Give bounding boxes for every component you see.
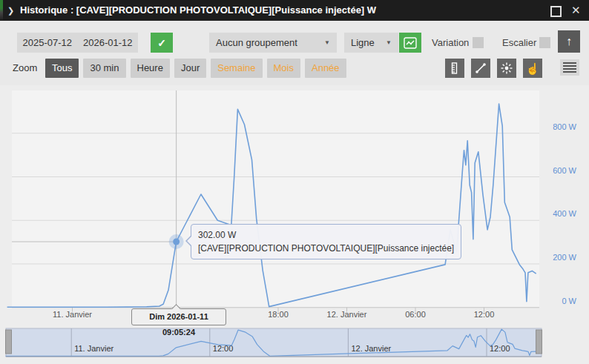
variation-checkbox[interactable] — [473, 37, 484, 48]
svg-text:11. Janvier: 11. Janvier — [74, 344, 113, 353]
history-window: ❯ Historique : [CAVE][PRODUCTION PHOTOVO… — [0, 0, 589, 364]
context-menu-button[interactable] — [560, 59, 579, 76]
tool-button-group: ☝ — [445, 59, 542, 78]
svg-text:12. Janvier: 12. Janvier — [327, 310, 367, 319]
tooltip-series: [CAVE][PRODUCTION PHOTOVOLTAIQUE][Puissa… — [198, 242, 454, 255]
crosshair-date-label: Dim 2026-01-11 09:05:24 — [131, 308, 226, 325]
pan-button[interactable]: ☝ — [523, 59, 542, 78]
zoom-range-button-3[interactable]: Jour — [174, 59, 206, 78]
ruler-icon — [448, 62, 461, 75]
svg-text:0 W: 0 W — [562, 297, 576, 305]
svg-text:200 W: 200 W — [553, 253, 576, 262]
svg-text:600 W: 600 W — [553, 166, 576, 175]
apply-dates-button[interactable]: ✓ — [151, 33, 173, 53]
date-to[interactable]: 2026-01-12 — [83, 37, 133, 48]
grouping-select[interactable]: Aucun groupement ▼ — [209, 33, 337, 53]
caret-down-icon: ▼ — [386, 39, 392, 46]
caret-down-icon: ▼ — [324, 39, 330, 46]
window-edge-strip — [0, 0, 3, 21]
svg-text:12:00: 12:00 — [490, 344, 510, 353]
variation-label: Variation — [432, 33, 469, 53]
check-icon: ✓ — [157, 37, 166, 49]
escalier-label: Escalier — [502, 33, 536, 53]
trend-line-icon — [474, 62, 487, 75]
collapse-up-button[interactable]: ↑ — [558, 30, 580, 53]
zoom-range-button-1[interactable]: 30 min — [83, 59, 125, 78]
svg-text:800 W: 800 W — [553, 122, 576, 131]
refresh-chart-button[interactable] — [399, 33, 421, 53]
zoom-range-button-2[interactable]: Heure — [131, 59, 170, 78]
svg-text:18:00: 18:00 — [268, 310, 289, 319]
chevron-right-icon[interactable]: ❯ — [7, 0, 14, 21]
sun-icon — [500, 62, 513, 75]
date-from[interactable]: 2025-07-12 — [23, 37, 73, 48]
tooltip-value: 302.00 W — [198, 228, 454, 242]
chart-type-value: Ligne — [351, 37, 375, 48]
svg-text:11. Janvier: 11. Janvier — [53, 310, 92, 319]
hamburger-icon — [563, 62, 576, 64]
close-icon[interactable]: ✕ — [571, 0, 581, 21]
maximize-icon[interactable] — [550, 6, 562, 17]
zoom-range-button-6[interactable]: Année — [305, 59, 346, 78]
brightness-button[interactable] — [497, 59, 516, 78]
svg-text:12:00: 12:00 — [474, 310, 495, 319]
trend-line-button[interactable] — [471, 59, 490, 78]
navigator-handle-right[interactable] — [536, 330, 542, 354]
chart-type-select[interactable]: Ligne ▼ — [344, 33, 398, 53]
zoom-range-button-5[interactable]: Mois — [267, 59, 300, 78]
escalier-checkbox[interactable] — [539, 37, 550, 48]
zoom-range-button-0[interactable]: Tous — [45, 59, 79, 78]
navigator-handle-left[interactable] — [6, 330, 12, 354]
grouping-value: Aucun groupement — [216, 37, 297, 48]
marker-point — [173, 239, 180, 245]
zoom-range-button-4[interactable]: Semaine — [211, 59, 262, 78]
line-chart-icon — [404, 37, 417, 49]
svg-text:06:00: 06:00 — [405, 310, 426, 319]
chart-tooltip: 302.00 W [CAVE][PRODUCTION PHOTOVOLTAIQU… — [191, 224, 461, 259]
date-range-field[interactable]: 2025-07-12 2026-01-12 — [17, 33, 138, 53]
hand-icon: ☝ — [526, 63, 540, 74]
up-arrow-icon: ↑ — [566, 35, 572, 48]
zoom-label: Zoom — [13, 59, 37, 78]
zoom-button-group: Tous30 minHeureJourSemaineMoisAnnée — [45, 59, 346, 78]
svg-text:12. Janvier: 12. Janvier — [351, 344, 391, 353]
window-title: Historique : [CAVE][PRODUCTION PHOTOVOLT… — [20, 0, 376, 21]
svg-text:400 W: 400 W — [553, 209, 576, 218]
title-bar: ❯ Historique : [CAVE][PRODUCTION PHOTOVO… — [0, 0, 589, 21]
measure-button[interactable] — [445, 59, 464, 78]
